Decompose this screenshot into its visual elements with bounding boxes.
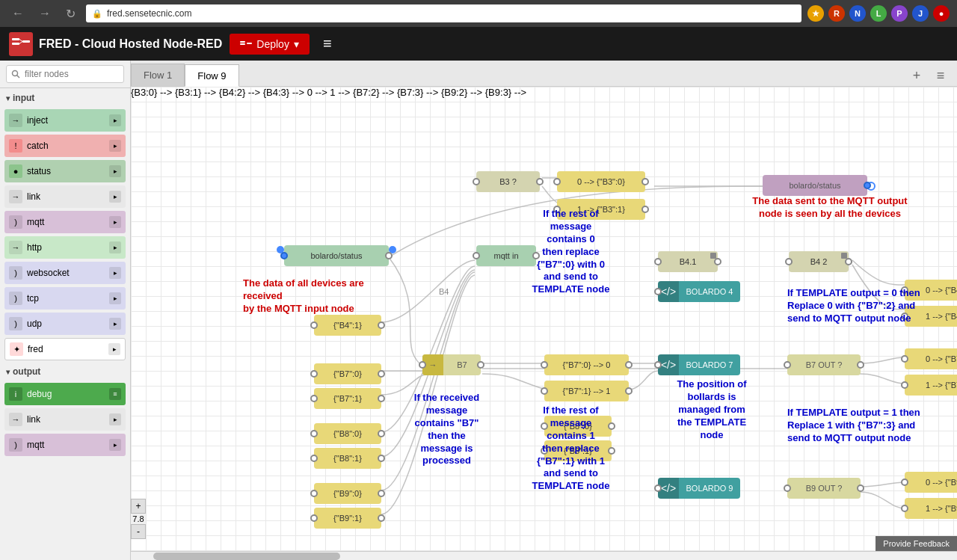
- node-b9n0[interactable]: {"B9":0}: [314, 483, 381, 504]
- node-b3q[interactable]: B3 ?: [476, 171, 540, 192]
- port-left: [784, 484, 791, 492]
- feedback-label: Provide Feedback: [883, 539, 950, 548]
- node-b7n0[interactable]: {"B7":0}: [314, 363, 381, 384]
- node-bolardo7[interactable]: </> BOLARDO 7: [658, 354, 740, 375]
- port-left: [310, 514, 318, 522]
- node-b42[interactable]: B4 2: [789, 251, 849, 272]
- deploy-button[interactable]: Deploy ▾: [230, 34, 310, 55]
- status-label: status: [27, 166, 109, 176]
- node-b7out[interactable]: B7 OUT ?: [787, 354, 861, 375]
- tcp-icon: ): [9, 292, 22, 305]
- tab-menu-button[interactable]: ≡: [930, 65, 951, 86]
- feedback-button[interactable]: Provide Feedback: [876, 536, 957, 551]
- node-mqtt-broker-label: bolardo/status: [763, 181, 867, 190]
- port-left: [654, 288, 662, 295]
- port-left: [473, 178, 480, 185]
- port-right: [378, 321, 385, 329]
- node-udp[interactable]: ) udp ▸: [4, 313, 126, 335]
- main-layout: ▾ input → inject ▸ ! catch ▸ ● status ▸ …: [0, 61, 957, 560]
- svg-rect-6: [240, 43, 245, 45]
- port-left: [901, 479, 908, 486]
- node-catch[interactable]: ! catch ▸: [4, 135, 126, 157]
- node-bolardo-status[interactable]: bolardo/status: [284, 245, 389, 266]
- node-b41[interactable]: B4.1: [658, 251, 718, 272]
- ext5-icon[interactable]: ●: [933, 5, 950, 22]
- node-mqtt-in[interactable]: ) mqtt ▸: [4, 211, 126, 233]
- address-bar[interactable]: 🔒 fred.sensetecnic.com: [86, 4, 801, 22]
- node-link-in[interactable]: → link ▸: [4, 185, 126, 208]
- node-b9n1-label: {"B9":1}: [314, 514, 381, 523]
- node-out0-b72[interactable]: 0 --> {"B7":2}: [905, 348, 957, 369]
- node-websocket[interactable]: ) websocket ▸: [4, 262, 126, 284]
- node-b9out[interactable]: B9 OUT ?: [787, 478, 861, 499]
- node-b8n1[interactable]: {"B8":1}: [314, 448, 381, 469]
- tab-actions: + ≡: [900, 65, 957, 86]
- node-mqtt-out[interactable]: ) mqtt ▸: [4, 434, 126, 456]
- ext4-icon[interactable]: P: [891, 5, 908, 22]
- b41-icon: [710, 253, 716, 259]
- forward-button[interactable]: →: [34, 5, 55, 22]
- back-button[interactable]: ←: [7, 5, 28, 22]
- debug-right-icon: ≡: [109, 388, 121, 400]
- canvas[interactable]: bolardo/status B3 ? {B3:0} --> 0 --> {"B…: [131, 87, 957, 551]
- node-out0-b3[interactable]: 0 --> {"B3":0}: [557, 171, 645, 192]
- node-debug[interactable]: i debug ≡: [4, 383, 126, 405]
- canvas-scrollbar[interactable]: [131, 551, 957, 560]
- link-in-icon: →: [9, 190, 22, 203]
- websocket-right-icon: ▸: [109, 267, 121, 279]
- tab-flow1[interactable]: Flow 1: [131, 64, 185, 86]
- zoom-out-button[interactable]: -: [131, 524, 146, 539]
- node-out1-b73[interactable]: 1 --> {"B7":3}: [905, 375, 957, 396]
- browser-bar: ← → ↻ 🔒 fred.sensetecnic.com ★ R N L P J…: [0, 0, 957, 27]
- node-fred[interactable]: ✦ fred ▸: [4, 338, 126, 360]
- node-b7n1[interactable]: {"B7":1}: [314, 388, 381, 409]
- ext2-icon[interactable]: N: [849, 5, 866, 22]
- node-b7[interactable]: → B7: [422, 354, 481, 375]
- link-out-label: link: [27, 414, 109, 425]
- port-right: [641, 206, 649, 213]
- ext3-icon[interactable]: L: [870, 5, 887, 22]
- node-b4n1[interactable]: {"B4":1}: [314, 315, 381, 336]
- node-link-out[interactable]: → link ▸: [4, 408, 126, 431]
- websocket-icon: ): [9, 266, 22, 280]
- port-right: [378, 430, 385, 437]
- node-b8n0[interactable]: {"B8":0}: [314, 423, 381, 444]
- user-icon[interactable]: J: [912, 5, 929, 22]
- add-tab-button[interactable]: +: [906, 65, 927, 86]
- node-mqtt-broker[interactable]: bolardo/status: [763, 175, 867, 196]
- refresh-button[interactable]: ↻: [61, 5, 80, 22]
- node-tcp[interactable]: ) tcp ▸: [4, 287, 126, 310]
- node-b8n1-label: {"B8":1}: [314, 454, 381, 463]
- tcp-label: tcp: [27, 293, 109, 304]
- port-right: [625, 361, 633, 369]
- hamburger-menu[interactable]: ≡: [323, 35, 332, 52]
- category-input[interactable]: ▾ input: [0, 88, 130, 108]
- category-output[interactable]: ▾ output: [0, 362, 130, 381]
- port-left: [310, 430, 318, 437]
- scrollbar-thumb[interactable]: [153, 553, 340, 560]
- node-bolardo9[interactable]: </> BOLARDO 9: [658, 478, 740, 499]
- zoom-in-button[interactable]: +: [131, 499, 146, 514]
- node-status[interactable]: ● status ▸: [4, 160, 126, 182]
- bookmark-icon[interactable]: ★: [807, 5, 824, 22]
- node-bolardo4-label: BOLARDO 4: [679, 287, 740, 296]
- svg-rect-2: [22, 40, 30, 43]
- node-http[interactable]: → http ▸: [4, 236, 126, 259]
- search-input[interactable]: [6, 65, 124, 83]
- node-bolardo7-label: BOLARDO 7: [679, 360, 740, 369]
- tab-flow9[interactable]: Flow 9: [185, 64, 239, 87]
- node-b9n0-label: {"B9":0}: [314, 489, 381, 498]
- node-b7s1[interactable]: {"B7":1} --> 1: [544, 381, 629, 401]
- output-label: output: [13, 366, 40, 377]
- node-inject[interactable]: → inject ▸: [4, 109, 126, 132]
- node-out0-b92[interactable]: 0 --> {"B9":2}: [905, 472, 957, 493]
- fred-icon: ✦: [10, 342, 23, 356]
- node-b7s0-label: {"B7":0} --> 0: [544, 360, 629, 369]
- node-b9n1[interactable]: {"B9":1}: [314, 508, 381, 529]
- status-icon: ●: [9, 164, 22, 178]
- port-left: [553, 178, 561, 185]
- node-bolardo4[interactable]: </> BOLARDO 4: [658, 281, 740, 302]
- node-b7s0[interactable]: {"B7":0} --> 0: [544, 354, 629, 375]
- node-out1-b93[interactable]: 1 --> {"B9":3}: [905, 498, 957, 519]
- ext1-icon[interactable]: R: [828, 5, 845, 22]
